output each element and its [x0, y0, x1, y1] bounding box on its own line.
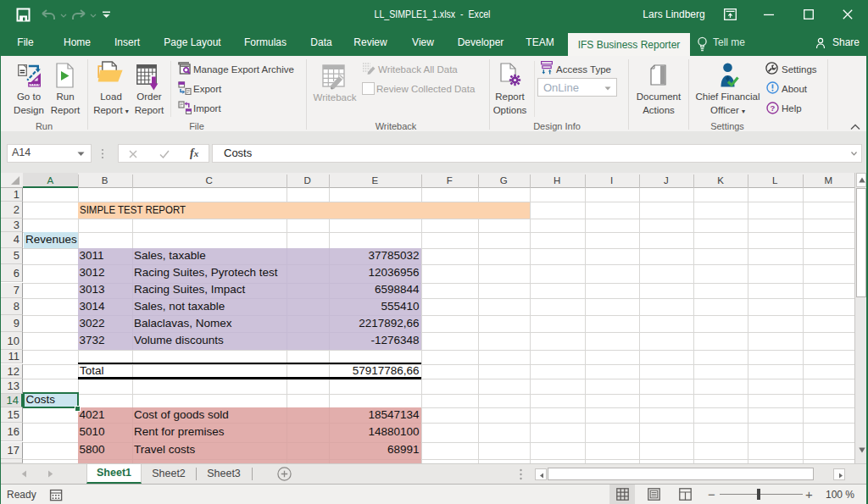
svg-text:?: ? — [771, 103, 776, 113]
